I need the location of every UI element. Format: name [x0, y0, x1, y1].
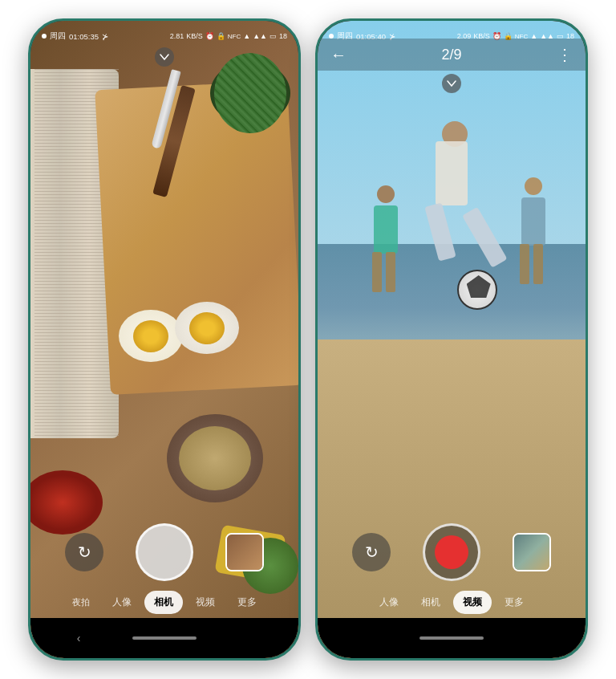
gallery-thumbnail-2[interactable] [513, 533, 551, 571]
phone-2: 周四 01:05:40 ⊁ 2.09 KB/S ⏰ 🔒 NFC ▲ ▲▲ ▭ 1… [315, 18, 588, 661]
battery-icon-1: ▭ [270, 32, 277, 40]
mode-tabs-2: 人像 相机 视频 更多 [363, 591, 540, 614]
dot-icon [42, 34, 47, 39]
ball-pattern [467, 275, 491, 298]
collapse-arrow-1[interactable] [153, 49, 176, 65]
egg-2-yolk [189, 312, 225, 344]
egg-1-yolk [133, 320, 168, 352]
phone-1: 周四 01:05:35 ⊁ 2.81 KB/S ⏰ 🔒 NFC ▲ ▲▲ ▭ 1… [28, 18, 301, 661]
mode-portrait-2[interactable]: 人像 [370, 591, 408, 614]
phone-1-screen: 周四 01:05:35 ⊁ 2.81 KB/S ⏰ 🔒 NFC ▲ ▲▲ ▭ 1… [30, 21, 298, 658]
photo-counter: 2/9 [441, 47, 461, 63]
soccer-ball [457, 270, 497, 310]
mode-camera-1[interactable]: 相机 [144, 591, 183, 614]
player-main-leg-l [424, 202, 456, 261]
player-right-leg-r [533, 244, 543, 284]
grain-bowl-inner [179, 426, 251, 490]
nav-bar-1: ‹ [30, 618, 298, 658]
nav-back-button-1[interactable]: ‹ [71, 630, 87, 646]
player-left-leg-l [372, 252, 382, 292]
mode-portrait-1[interactable]: 人像 [103, 591, 141, 614]
shutter-row-1: ↻ [30, 523, 298, 581]
thumbnail-preview-1 [227, 535, 262, 570]
camera-controls-2: ↻ 人像 相机 视频 更多 [318, 523, 586, 614]
collapse-arrow-2[interactable] [440, 75, 463, 91]
flip-camera-button-2[interactable]: ↻ [352, 533, 391, 571]
player-main [419, 117, 484, 278]
wifi-icon: ▲ [243, 32, 250, 40]
status-left-1: 周四 01:05:35 ⊁ [42, 31, 108, 42]
nfc-icon: NFC [228, 33, 241, 40]
signal-icon: ▲▲ [253, 32, 267, 40]
mode-more-2[interactable]: 更多 [495, 591, 533, 614]
battery-number-1: 18 [279, 32, 287, 40]
player-right-head [525, 177, 542, 195]
player-left-leg-r [386, 252, 395, 292]
player-left-head [377, 185, 395, 203]
mode-nightsight[interactable]: 夜拍 [63, 592, 99, 613]
back-button-2[interactable]: ← [330, 46, 346, 64]
alarm-icon: ⏰ [205, 32, 214, 40]
status-day-1: 周四 [50, 31, 66, 42]
nav-bar-2 [318, 618, 586, 658]
phone-1-shell: 周四 01:05:35 ⊁ 2.81 KB/S ⏰ 🔒 NFC ▲ ▲▲ ▭ 1… [28, 18, 301, 661]
gallery-thumbnail-1[interactable] [225, 533, 264, 571]
phone-2-screen: 周四 01:05:40 ⊁ 2.09 KB/S ⏰ 🔒 NFC ▲ ▲▲ ▭ 1… [318, 21, 586, 658]
flip-icon-1: ↻ [78, 543, 91, 562]
mode-video-2[interactable]: 视频 [453, 591, 492, 614]
phone-2-shell: 周四 01:05:40 ⊁ 2.09 KB/S ⏰ 🔒 NFC ▲ ▲▲ ▭ 1… [315, 18, 588, 661]
photo-viewer-header: ← 2/9 ⋮ [318, 39, 586, 71]
player-left-body [374, 205, 398, 254]
network-speed-1: 2.81 [170, 32, 184, 40]
home-indicator-2[interactable] [419, 636, 484, 640]
player-left [366, 181, 406, 302]
status-bar-1: 周四 01:05:35 ⊁ 2.81 KB/S ⏰ 🔒 NFC ▲ ▲▲ ▭ 1… [30, 27, 298, 45]
mode-more-1[interactable]: 更多 [228, 591, 266, 614]
mode-camera-2[interactable]: 相机 [411, 591, 450, 614]
player-right-body [521, 197, 545, 246]
flip-camera-button-1[interactable]: ↻ [65, 533, 103, 571]
shutter-row-2: ↻ [318, 523, 586, 581]
shutter-button-1[interactable] [136, 523, 193, 581]
player-main-body [436, 141, 468, 205]
mode-tabs-1: 夜拍 人像 相机 视频 更多 [56, 591, 273, 614]
down-arrow-icon-2[interactable] [442, 74, 461, 93]
status-right-1: 2.81 KB/S ⏰ 🔒 NFC ▲ ▲▲ ▭ 18 [170, 32, 287, 40]
thumbnail-preview-2 [514, 535, 549, 570]
status-time-1: 01:05:35 [69, 32, 99, 41]
lock-icon: 🔒 [217, 32, 225, 40]
network-units-1: KB/S [186, 32, 203, 40]
record-dot [435, 535, 468, 569]
shutter-button-2[interactable] [423, 523, 480, 581]
camera-controls-1: ↻ 夜拍 人像 相机 视频 更多 [30, 523, 298, 614]
player-right [513, 173, 553, 294]
mode-video-1[interactable]: 视频 [186, 591, 225, 614]
home-indicator-1[interactable] [132, 636, 197, 640]
bluetooth-icon: ⊁ [102, 32, 108, 41]
flip-icon-2: ↻ [365, 543, 379, 562]
green-vegetables [214, 53, 286, 133]
down-arrow-icon-1[interactable] [155, 47, 174, 67]
player-right-leg-l [520, 244, 529, 284]
more-options-button[interactable]: ⋮ [557, 45, 573, 64]
